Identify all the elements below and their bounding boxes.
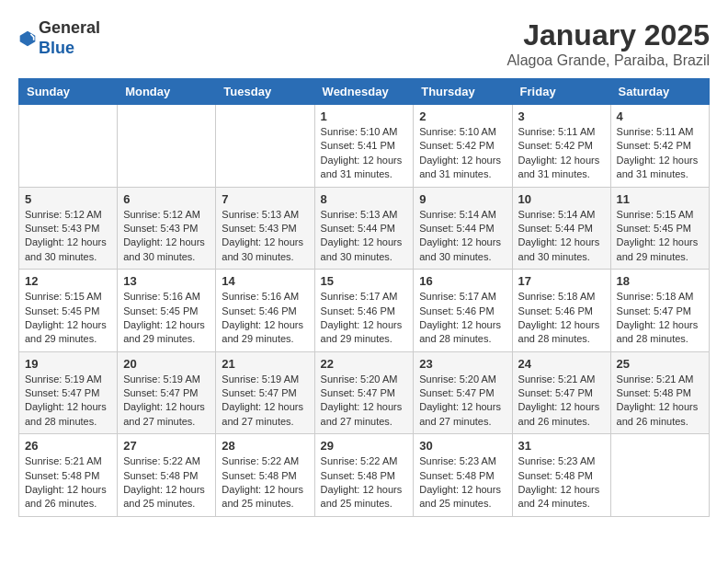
day-info: Sunrise: 5:20 AM Sunset: 5:47 PM Dayligh… <box>321 373 408 430</box>
day-info: Sunrise: 5:16 AM Sunset: 5:46 PM Dayligh… <box>222 290 308 347</box>
day-info: Sunrise: 5:18 AM Sunset: 5:47 PM Dayligh… <box>617 290 703 347</box>
day-info: Sunrise: 5:10 AM Sunset: 5:42 PM Dayligh… <box>419 125 506 182</box>
day-info: Sunrise: 5:22 AM Sunset: 5:48 PM Dayligh… <box>222 454 308 511</box>
calendar-week-2: 5Sunrise: 5:12 AM Sunset: 5:43 PM Daylig… <box>19 187 710 270</box>
day-info: Sunrise: 5:21 AM Sunset: 5:48 PM Dayligh… <box>25 454 111 511</box>
day-info: Sunrise: 5:12 AM Sunset: 5:43 PM Dayligh… <box>25 208 111 265</box>
logo-blue-text: Blue <box>39 39 74 57</box>
calendar-cell: 2Sunrise: 5:10 AM Sunset: 5:42 PM Daylig… <box>414 105 512 188</box>
calendar-cell: 8Sunrise: 5:13 AM Sunset: 5:44 PM Daylig… <box>314 187 414 270</box>
day-info: Sunrise: 5:19 AM Sunset: 5:47 PM Dayligh… <box>123 373 210 430</box>
calendar-week-5: 26Sunrise: 5:21 AM Sunset: 5:48 PM Dayli… <box>19 434 710 517</box>
day-info: Sunrise: 5:18 AM Sunset: 5:46 PM Dayligh… <box>518 290 605 347</box>
day-info: Sunrise: 5:13 AM Sunset: 5:44 PM Dayligh… <box>321 208 408 265</box>
day-number: 17 <box>518 274 605 288</box>
calendar-cell: 19Sunrise: 5:19 AM Sunset: 5:47 PM Dayli… <box>19 351 118 434</box>
calendar-cell: 18Sunrise: 5:18 AM Sunset: 5:47 PM Dayli… <box>610 270 709 352</box>
calendar-cell: 15Sunrise: 5:17 AM Sunset: 5:46 PM Dayli… <box>314 270 414 352</box>
day-info: Sunrise: 5:23 AM Sunset: 5:48 PM Dayligh… <box>419 454 506 511</box>
day-info: Sunrise: 5:22 AM Sunset: 5:48 PM Dayligh… <box>123 454 210 511</box>
day-info: Sunrise: 5:14 AM Sunset: 5:44 PM Dayligh… <box>518 208 605 265</box>
day-number: 10 <box>518 192 605 206</box>
day-info: Sunrise: 5:13 AM Sunset: 5:43 PM Dayligh… <box>222 208 308 265</box>
calendar-cell: 1Sunrise: 5:10 AM Sunset: 5:41 PM Daylig… <box>314 105 414 188</box>
day-number: 6 <box>123 192 210 206</box>
day-number: 30 <box>419 439 506 453</box>
day-number: 4 <box>617 109 703 123</box>
day-number: 24 <box>518 357 605 371</box>
weekday-header-sunday: Sunday <box>19 79 118 105</box>
day-info: Sunrise: 5:20 AM Sunset: 5:47 PM Dayligh… <box>419 373 506 430</box>
day-number: 29 <box>321 439 408 453</box>
day-number: 27 <box>123 439 210 453</box>
day-info: Sunrise: 5:15 AM Sunset: 5:45 PM Dayligh… <box>25 290 111 347</box>
weekday-header-thursday: Thursday <box>414 79 512 105</box>
logo-general-text: General <box>39 18 100 37</box>
logo-icon <box>18 29 37 48</box>
day-number: 25 <box>617 357 703 371</box>
calendar-cell: 14Sunrise: 5:16 AM Sunset: 5:46 PM Dayli… <box>216 270 314 352</box>
calendar-cell <box>118 105 216 188</box>
day-info: Sunrise: 5:11 AM Sunset: 5:42 PM Dayligh… <box>617 125 703 182</box>
day-info: Sunrise: 5:17 AM Sunset: 5:46 PM Dayligh… <box>419 290 506 347</box>
day-info: Sunrise: 5:22 AM Sunset: 5:48 PM Dayligh… <box>321 454 408 511</box>
calendar-week-3: 12Sunrise: 5:15 AM Sunset: 5:45 PM Dayli… <box>19 270 710 352</box>
calendar-cell: 30Sunrise: 5:23 AM Sunset: 5:48 PM Dayli… <box>414 434 512 517</box>
calendar-cell <box>19 105 118 188</box>
day-info: Sunrise: 5:19 AM Sunset: 5:47 PM Dayligh… <box>222 373 308 430</box>
calendar-cell: 25Sunrise: 5:21 AM Sunset: 5:48 PM Dayli… <box>610 351 709 434</box>
calendar-cell: 6Sunrise: 5:12 AM Sunset: 5:43 PM Daylig… <box>118 187 216 270</box>
calendar-cell: 17Sunrise: 5:18 AM Sunset: 5:46 PM Dayli… <box>512 270 610 352</box>
weekday-header-wednesday: Wednesday <box>314 79 414 105</box>
day-number: 12 <box>25 274 111 288</box>
day-info: Sunrise: 5:21 AM Sunset: 5:48 PM Dayligh… <box>617 373 703 430</box>
day-number: 19 <box>25 357 111 371</box>
logo: General Blue <box>18 18 100 58</box>
calendar-cell: 26Sunrise: 5:21 AM Sunset: 5:48 PM Dayli… <box>19 434 118 517</box>
day-number: 15 <box>321 274 408 288</box>
calendar-cell: 31Sunrise: 5:23 AM Sunset: 5:48 PM Dayli… <box>512 434 610 517</box>
month-title: January 2025 <box>506 18 710 52</box>
day-number: 8 <box>321 192 408 206</box>
day-number: 9 <box>419 192 506 206</box>
calendar-cell: 11Sunrise: 5:15 AM Sunset: 5:45 PM Dayli… <box>610 187 709 270</box>
day-info: Sunrise: 5:15 AM Sunset: 5:45 PM Dayligh… <box>617 208 703 265</box>
calendar-cell: 13Sunrise: 5:16 AM Sunset: 5:45 PM Dayli… <box>118 270 216 352</box>
day-number: 22 <box>321 357 408 371</box>
day-number: 26 <box>25 439 111 453</box>
calendar-cell: 5Sunrise: 5:12 AM Sunset: 5:43 PM Daylig… <box>19 187 118 270</box>
day-number: 11 <box>617 192 703 206</box>
day-info: Sunrise: 5:21 AM Sunset: 5:47 PM Dayligh… <box>518 373 605 430</box>
page-header: General Blue January 2025 Alagoa Grande,… <box>18 18 710 69</box>
weekday-header-saturday: Saturday <box>610 79 709 105</box>
weekday-header-friday: Friday <box>512 79 610 105</box>
day-number: 14 <box>222 274 308 288</box>
day-info: Sunrise: 5:10 AM Sunset: 5:41 PM Dayligh… <box>321 125 408 182</box>
day-number: 23 <box>419 357 506 371</box>
day-number: 20 <box>123 357 210 371</box>
day-number: 21 <box>222 357 308 371</box>
calendar-cell <box>216 105 314 188</box>
calendar-week-4: 19Sunrise: 5:19 AM Sunset: 5:47 PM Dayli… <box>19 351 710 434</box>
calendar-cell: 9Sunrise: 5:14 AM Sunset: 5:44 PM Daylig… <box>414 187 512 270</box>
day-info: Sunrise: 5:11 AM Sunset: 5:42 PM Dayligh… <box>518 125 605 182</box>
weekday-header-row: SundayMondayTuesdayWednesdayThursdayFrid… <box>19 79 710 105</box>
title-area: January 2025 Alagoa Grande, Paraiba, Bra… <box>506 18 710 69</box>
calendar-cell: 20Sunrise: 5:19 AM Sunset: 5:47 PM Dayli… <box>118 351 216 434</box>
calendar-cell: 10Sunrise: 5:14 AM Sunset: 5:44 PM Dayli… <box>512 187 610 270</box>
calendar-cell: 28Sunrise: 5:22 AM Sunset: 5:48 PM Dayli… <box>216 434 314 517</box>
day-info: Sunrise: 5:14 AM Sunset: 5:44 PM Dayligh… <box>419 208 506 265</box>
calendar-cell: 21Sunrise: 5:19 AM Sunset: 5:47 PM Dayli… <box>216 351 314 434</box>
calendar-cell: 12Sunrise: 5:15 AM Sunset: 5:45 PM Dayli… <box>19 270 118 352</box>
day-number: 18 <box>617 274 703 288</box>
day-info: Sunrise: 5:16 AM Sunset: 5:45 PM Dayligh… <box>123 290 210 347</box>
day-number: 7 <box>222 192 308 206</box>
day-number: 28 <box>222 439 308 453</box>
calendar-cell: 29Sunrise: 5:22 AM Sunset: 5:48 PM Dayli… <box>314 434 414 517</box>
calendar-cell: 27Sunrise: 5:22 AM Sunset: 5:48 PM Dayli… <box>118 434 216 517</box>
calendar-cell: 23Sunrise: 5:20 AM Sunset: 5:47 PM Dayli… <box>414 351 512 434</box>
day-number: 5 <box>25 192 111 206</box>
weekday-header-tuesday: Tuesday <box>216 79 314 105</box>
calendar-cell: 16Sunrise: 5:17 AM Sunset: 5:46 PM Dayli… <box>414 270 512 352</box>
day-info: Sunrise: 5:17 AM Sunset: 5:46 PM Dayligh… <box>321 290 408 347</box>
